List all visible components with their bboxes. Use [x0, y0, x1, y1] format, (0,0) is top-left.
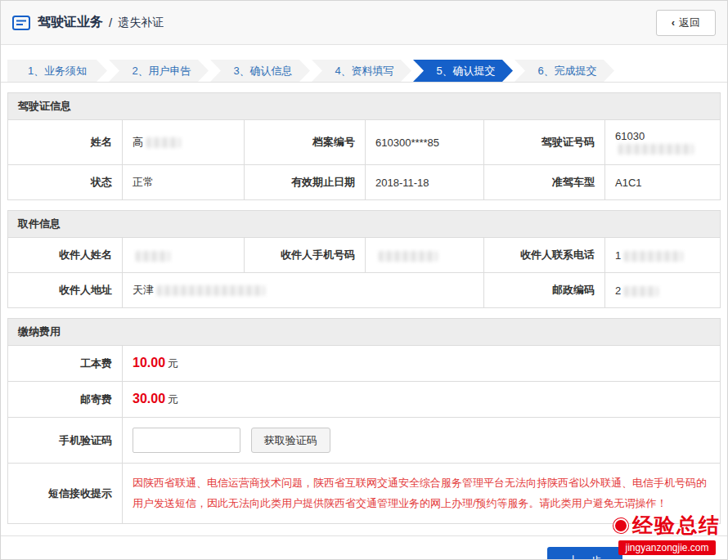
step-3-confirm-info[interactable]: 3、确认信息	[210, 60, 310, 82]
redacted-text	[136, 251, 170, 262]
file-no-value: 610300****85	[375, 137, 439, 149]
back-button-label: 返回	[679, 16, 700, 30]
watermark-logo-icon	[613, 518, 628, 533]
redacted-text	[618, 144, 694, 155]
page-subtitle: 遗失补证	[118, 16, 164, 30]
license-info-section: 驾驶证信息 姓名 高 档案编号 610300****85 驾驶证号码 61030…	[7, 92, 721, 200]
status-value-cell: 正常	[123, 165, 245, 200]
watermark-title: 经验总结	[632, 512, 721, 539]
production-fee-value-cell: 10.00元	[123, 346, 721, 382]
redacted-text	[379, 251, 438, 262]
license-info-table: 姓名 高 档案编号 610300****85 驾驶证号码 61030 状态 正常…	[7, 119, 721, 200]
pickup-info-section: 取件信息 收件人姓名 收件人手机号码 收件人联系电话 1 收件人地址	[7, 210, 721, 308]
status-value: 正常	[133, 176, 154, 188]
vehicle-type-label: 准驾车型	[484, 165, 605, 200]
name-label: 姓名	[8, 120, 123, 165]
postal-code-value-cell: 2	[605, 273, 721, 308]
step-nav: 1、业务须知 2、用户申告 3、确认信息 4、资料填写 5、确认提交 6、完成提…	[1, 45, 727, 83]
back-button[interactable]: ‹ 返回	[656, 10, 716, 36]
prev-step-button[interactable]: 上一步	[547, 547, 622, 560]
recipient-address-value-cell: 天津	[123, 273, 484, 308]
postage-fee-unit: 元	[168, 393, 178, 405]
step-2-user-declaration[interactable]: 2、用户申告	[109, 60, 209, 82]
step-1-business-notice[interactable]: 1、业务须知	[7, 60, 107, 82]
license-info-title: 驾驶证信息	[7, 92, 721, 119]
payment-table: 工本费 10.00元 邮寄费 30.00元 手机验证码 获取验证码 短信接收提	[7, 345, 721, 524]
postage-fee-value-cell: 30.00元	[123, 382, 721, 418]
redacted-text	[624, 286, 658, 297]
production-fee-label: 工本费	[8, 346, 123, 382]
recipient-name-value-cell	[123, 238, 245, 273]
payment-title: 缴纳费用	[7, 318, 721, 345]
sms-notice-text: 因陕西省联通、电信运营商技术问题，陕西省互联网交通安全综合服务管理平台无法向持陕…	[133, 473, 710, 513]
id-card-icon	[12, 16, 30, 30]
step-4-fill-data[interactable]: 4、资料填写	[312, 60, 411, 82]
postal-code-label: 邮政编码	[484, 273, 605, 308]
step-6-complete-submit[interactable]: 6、完成提交	[515, 60, 614, 82]
production-fee-amount: 10.00	[133, 356, 165, 370]
redacted-text	[624, 251, 683, 262]
file-no-value-cell: 610300****85	[366, 120, 484, 165]
valid-until-value: 2018-11-18	[375, 177, 429, 189]
verification-code-cell: 获取验证码	[123, 418, 721, 464]
valid-until-label: 有效期止日期	[245, 165, 366, 200]
payment-section: 缴纳费用 工本费 10.00元 邮寄费 30.00元 手机验证码 获取验证码	[7, 318, 721, 524]
redacted-text	[146, 137, 181, 148]
chevron-left-icon: ‹	[672, 16, 675, 29]
vehicle-type-value: A1C1	[615, 177, 642, 189]
recipient-address-value: 天津	[133, 284, 154, 296]
recipient-address-label: 收件人地址	[8, 273, 123, 308]
step-5-confirm-submit[interactable]: 5、确认提交	[413, 60, 513, 82]
title-divider: /	[109, 16, 112, 29]
recipient-mobile-value-cell	[366, 238, 484, 273]
status-label: 状态	[8, 165, 123, 200]
get-code-button[interactable]: 获取验证码	[251, 428, 330, 453]
postage-fee-label: 邮寄费	[8, 382, 123, 418]
sms-notice-label: 短信接收提示	[8, 464, 123, 524]
valid-until-value-cell: 2018-11-18	[366, 165, 484, 200]
name-value: 高	[133, 136, 143, 148]
watermark-domain: jingyanzongjie.com	[618, 540, 715, 555]
name-value-cell: 高	[123, 120, 245, 165]
license-no-label: 驾驶证号码	[484, 120, 605, 165]
recipient-mobile-label: 收件人手机号码	[245, 238, 366, 273]
license-no-value: 61030	[615, 130, 645, 142]
pickup-info-table: 收件人姓名 收件人手机号码 收件人联系电话 1 收件人地址 天津 邮政编码	[7, 237, 721, 308]
postal-code-value: 2	[615, 284, 621, 297]
verification-code-input[interactable]	[133, 428, 240, 453]
redacted-text	[157, 285, 265, 296]
top-bar: 驾驶证业务 / 遗失补证 ‹ 返回	[1, 1, 727, 45]
verification-code-label: 手机验证码	[8, 418, 123, 464]
recipient-phone-value-cell: 1	[605, 238, 721, 273]
watermark: 经验总结 jingyanzongjie.com	[613, 512, 721, 555]
recipient-name-label: 收件人姓名	[8, 238, 123, 273]
license-no-value-cell: 61030	[605, 120, 721, 165]
recipient-phone-value: 1	[615, 249, 621, 262]
vehicle-type-value-cell: A1C1	[605, 165, 721, 200]
file-no-label: 档案编号	[245, 120, 366, 165]
production-fee-unit: 元	[168, 357, 178, 370]
pickup-info-title: 取件信息	[7, 210, 721, 237]
page: 驾驶证业务 / 遗失补证 ‹ 返回 1、业务须知 2、用户申告 3、确认信息 4…	[0, 0, 728, 560]
postage-fee-amount: 30.00	[133, 392, 165, 405]
page-title: 驾驶证业务	[38, 14, 103, 31]
recipient-phone-label: 收件人联系电话	[484, 238, 605, 273]
